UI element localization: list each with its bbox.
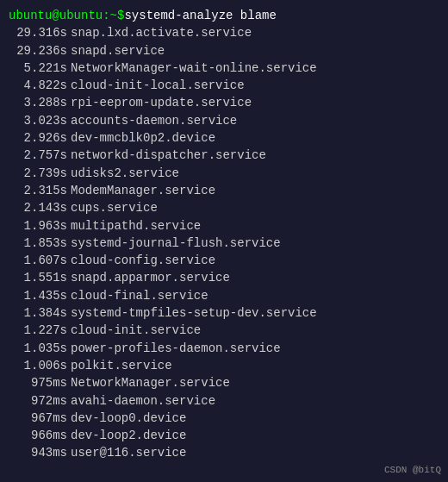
output-line: 943msuser@116.service — [9, 444, 439, 461]
output-line: 2.757snetworkd-dispatcher.service — [9, 147, 439, 164]
output-line: 2.315sModemManager.service — [9, 182, 439, 199]
service-name: user@116.service — [71, 444, 186, 461]
service-name: ModemManager.service — [71, 182, 215, 199]
service-time: 3.023s — [9, 112, 67, 129]
service-name: snap.lxd.activate.service — [71, 24, 252, 41]
service-time: 1.607s — [9, 252, 67, 269]
service-time: 1.035s — [9, 340, 67, 357]
output-line: 2.926sdev-mmcblk0p2.device — [9, 129, 439, 147]
service-time: 3.288s — [9, 94, 67, 111]
service-time: 5.221s — [9, 59, 67, 77]
command: systemd-analyze blame — [124, 7, 276, 24]
service-time: 967ms — [9, 410, 67, 427]
service-name: systemd-tmpfiles-setup-dev.service — [71, 304, 317, 322]
service-name: cloud-config.service — [71, 252, 215, 269]
output-line: 2.143scups.service — [9, 199, 439, 216]
output-line: 967msdev-loop0.device — [9, 410, 439, 427]
service-name: power-profiles-daemon.service — [71, 340, 281, 357]
service-time: 1.853s — [9, 235, 67, 252]
service-name: dev-loop0.device — [71, 410, 186, 427]
service-name: dev-loop2.device — [71, 427, 186, 444]
service-name: rpi-eeprom-update.service — [71, 94, 252, 111]
service-name: snapd.service — [71, 42, 165, 59]
service-time: 1.435s — [9, 287, 67, 304]
service-time: 2.315s — [9, 182, 67, 199]
service-time: 29.316s — [9, 24, 67, 41]
service-time: 966ms — [9, 427, 67, 444]
service-time: 1.551s — [9, 269, 67, 286]
output-line: 2.739sudisks2.service — [9, 165, 439, 182]
output-line: 3.023saccounts-daemon.service — [9, 112, 439, 129]
service-name: snapd.apparmor.service — [71, 269, 230, 286]
service-name: NetworkManager.service — [71, 374, 230, 391]
terminal: ubuntu@ubuntu:~$ systemd-analyze blame 2… — [0, 0, 448, 482]
service-time: 2.926s — [9, 129, 67, 147]
service-time: 1.006s — [9, 357, 67, 374]
watermark: CSDN @bitQ — [384, 465, 441, 475]
output-line: 5.221sNetworkManager-wait-online.service — [9, 59, 439, 77]
output-line: 1.607scloud-config.service — [9, 252, 439, 269]
service-name: networkd-dispatcher.service — [71, 147, 266, 164]
prompt: ubuntu@ubuntu:~$ — [9, 7, 124, 24]
service-name: multipathd.service — [71, 217, 201, 235]
service-time: 943ms — [9, 444, 67, 461]
service-name: dev-mmcblk0p2.device — [71, 129, 215, 147]
service-time: 2.143s — [9, 199, 67, 216]
output-line: 1.384ssystemd-tmpfiles-setup-dev.service — [9, 304, 439, 322]
service-name: NetworkManager-wait-online.service — [71, 59, 317, 77]
output-line: 1.853ssystemd-journal-flush.service — [9, 235, 439, 252]
service-time: 975ms — [9, 374, 67, 391]
service-time: 1.384s — [9, 304, 67, 322]
service-time: 2.739s — [9, 165, 67, 182]
service-name: cloud-final.service — [71, 287, 208, 304]
service-name: cups.service — [71, 199, 158, 216]
service-time: 972ms — [9, 392, 67, 410]
service-time: 1.963s — [9, 217, 67, 235]
output-line: 3.288srpi-eeprom-update.service — [9, 94, 439, 111]
service-name: polkit.service — [71, 357, 172, 374]
output-line: 29.316ssnap.lxd.activate.service — [9, 24, 439, 41]
output-line: 1.035spower-profiles-daemon.service — [9, 340, 439, 357]
service-name: systemd-journal-flush.service — [71, 235, 281, 252]
output-line: 966msdev-loop2.device — [9, 427, 439, 444]
output-line: 972msavahi-daemon.service — [9, 392, 439, 410]
service-name: avahi-daemon.service — [71, 392, 215, 410]
output-line: 4.822scloud-init-local.service — [9, 77, 439, 94]
output-line: 975msNetworkManager.service — [9, 374, 439, 391]
output-line: 1.435scloud-final.service — [9, 287, 439, 304]
service-time: 4.822s — [9, 77, 67, 94]
service-name: cloud-init-local.service — [71, 77, 245, 94]
service-name: cloud-init.service — [71, 322, 201, 339]
output-line: 29.236ssnapd.service — [9, 42, 439, 59]
output-line: 1.227scloud-init.service — [9, 322, 439, 339]
service-name: udisks2.service — [71, 165, 179, 182]
output-line: 1.963smultipathd.service — [9, 217, 439, 235]
output-line: 1.551ssnapd.apparmor.service — [9, 269, 439, 286]
service-time: 1.227s — [9, 322, 67, 339]
prompt-line: ubuntu@ubuntu:~$ systemd-analyze blame — [9, 7, 439, 24]
output-line: 1.006spolkit.service — [9, 357, 439, 374]
output-lines: 29.316ssnap.lxd.activate.service29.236ss… — [9, 24, 439, 461]
service-name: accounts-daemon.service — [71, 112, 237, 129]
service-time: 2.757s — [9, 147, 67, 164]
service-time: 29.236s — [9, 42, 67, 59]
